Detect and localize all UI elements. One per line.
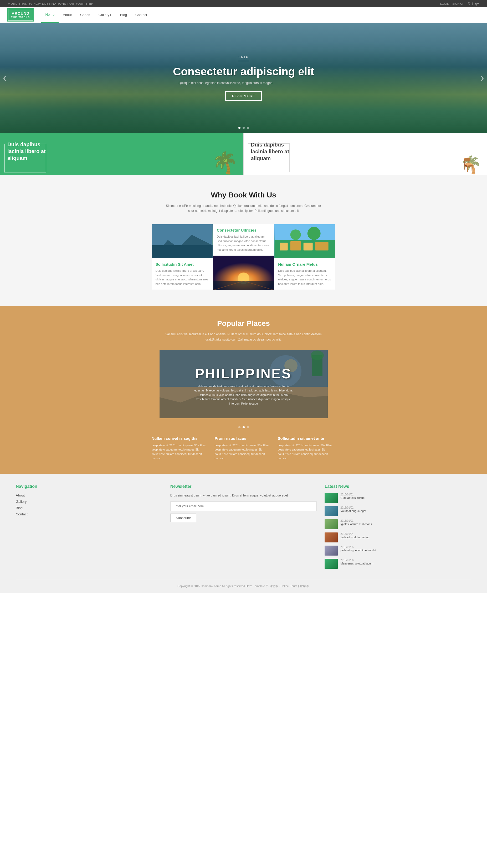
why-card-resort-title: Nullam Ornare Metus <box>278 262 332 267</box>
footer-nav-col: Navigation About Gallery Blog Contact <box>16 484 163 572</box>
news-title-3: Igiottis loblum at dictions <box>340 522 372 526</box>
feature-card-title-1: Duis dapibus lacinia libero at aliquam <box>7 141 55 161</box>
popular-dot-2[interactable] <box>242 426 245 428</box>
why-card-resort-text: Duis dapibus lacinia libero at aliquam. … <box>278 269 332 286</box>
news-item-6: 2015/01/06 Maecenas volutpat lacum <box>324 559 471 569</box>
login-link[interactable]: LOGIN <box>440 2 449 5</box>
news-date-4: 2015/01/04 <box>340 532 369 535</box>
why-center-col: Consectetur Ultricies Duis dapibus lacin… <box>213 224 274 290</box>
popular-slide-description: Habituat morbi tristique senectus et net… <box>194 384 293 406</box>
top-bar-right: LOGIN SIGN UP 𝕏 f g+ <box>440 2 479 5</box>
hero-next-arrow[interactable]: ❯ <box>480 75 484 81</box>
hero-subtitle: Trip <box>173 55 314 59</box>
svg-rect-5 <box>213 281 274 290</box>
popular-features: Nullam conval is sagittis desplateto vit… <box>152 436 336 461</box>
top-bar: MORE THAN 50 NEW DESTINATIONS FOR YOUR T… <box>0 0 487 7</box>
why-title: Why Book With Us <box>8 191 479 199</box>
why-card-sunset <box>213 256 274 290</box>
nav-codes[interactable]: Codes <box>76 7 94 23</box>
resort-photo <box>275 224 335 258</box>
copyright-text: Copyright © 2015 Company name All rights… <box>177 584 310 588</box>
nav-blog[interactable]: Blog <box>116 7 131 23</box>
news-thumb-6 <box>324 559 338 569</box>
social-icons: 𝕏 f g+ <box>467 2 479 5</box>
facebook-icon[interactable]: f <box>472 2 473 5</box>
why-right-col: Nullam Ornare Metus Duis dapibus lacinia… <box>274 224 335 290</box>
footer-nav-gallery: Gallery <box>16 499 163 503</box>
news-item-1: 2015/01/01 Cum at felis augue <box>324 493 471 503</box>
googleplus-icon[interactable]: g+ <box>475 2 479 5</box>
footer-news-col: Latest News 2015/01/01 Cum at felis augu… <box>324 484 471 572</box>
news-item-4-content: 2015/01/04 Sollicet world at metuc <box>340 532 369 539</box>
twitter-icon[interactable]: 𝕏 <box>467 2 470 5</box>
footer-grid: Navigation About Gallery Blog Contact Ne… <box>16 484 471 572</box>
svg-rect-12 <box>304 243 313 250</box>
news-thumb-2 <box>324 506 338 516</box>
footer-about-link[interactable]: About <box>16 493 25 497</box>
hero-prev-arrow[interactable]: ❮ <box>3 75 7 81</box>
footer-blog-link[interactable]: Blog <box>16 506 23 510</box>
why-card-text-text: Duis dapibus lacinia libero at aliquam. … <box>217 235 270 252</box>
popular-feature-2-text: desplateto vit.2231m radinquam.f50a.Ellm… <box>215 443 273 461</box>
subscribe-button[interactable]: Subscribe <box>170 514 197 522</box>
footer-contact-link[interactable]: Contact <box>16 512 28 516</box>
news-item-2: 2015/01/02 Volutpat augue eget <box>324 506 471 516</box>
popular-feature-2: Proin risus lacus desplateto vit.2231m r… <box>215 436 273 461</box>
why-card-cliff-title: Sollicitudin Sit Amet <box>155 262 209 267</box>
footer-newsletter-title: Newsletter <box>170 484 317 489</box>
footer-nav-about: About <box>16 493 163 497</box>
news-item-6-content: 2015/01/06 Maecenas volutpat lacum <box>340 559 373 565</box>
popular-slideshow: PHILIPPINES Habituat morbi tristique sen… <box>160 350 328 418</box>
why-section: Why Book With Us Silement elit:Etr mecle… <box>0 175 487 306</box>
hero-content: Trip Consectetur adipiscing elit Quisque… <box>173 55 314 101</box>
popular-feature-3-title: Sollicitudin sit amet ante <box>278 436 336 440</box>
nav-contact[interactable]: Contact <box>131 7 151 23</box>
nav-about[interactable]: About <box>59 7 76 23</box>
newsletter-email-input[interactable] <box>170 501 317 511</box>
svg-rect-10 <box>280 243 288 250</box>
sunset-photo <box>213 256 274 290</box>
nav-gallery[interactable]: Gallery ▼ <box>94 7 116 23</box>
logo[interactable]: AROUND THE WORLD <box>8 9 33 21</box>
popular-title: Popular Places <box>8 319 479 328</box>
news-title-5: pellemtingue loblimet morbi <box>340 549 376 552</box>
newsletter-text: Drus sim feagist psum, vitae plumed ipsu… <box>170 493 317 498</box>
news-date-2: 2015/01/02 <box>340 506 366 509</box>
popular-feature-1-text: desplateto vit.2231m radinquam.f50a.Ellm… <box>152 443 209 461</box>
popular-slide-content: PHILIPPINES Habituat morbi tristique sen… <box>160 350 328 411</box>
nav-links: Home About Codes Gallery ▼ Blog Contact <box>41 7 151 23</box>
footer-gallery-link[interactable]: Gallery <box>16 500 27 503</box>
popular-dot-1[interactable] <box>238 426 240 428</box>
news-thumb-1 <box>324 493 338 503</box>
why-card-text-body: Consectetur Ultricies Duis dapibus lacin… <box>213 224 274 255</box>
news-thumb-4 <box>324 532 338 542</box>
feature-strip: Duis dapibus lacinia libero at aliquam 🌴… <box>0 133 487 175</box>
footer-news-title: Latest News <box>324 484 471 489</box>
hero-dot-3[interactable] <box>247 127 249 129</box>
footer-nav-links: About Gallery Blog Contact <box>16 493 163 516</box>
gallery-dropdown-icon: ▼ <box>109 14 112 16</box>
popular-country: PHILIPPINES <box>165 366 322 381</box>
news-title-2: Volutpat augue eget <box>340 509 366 513</box>
signup-link[interactable]: SIGN UP <box>452 2 464 5</box>
nav-home[interactable]: Home <box>41 7 59 23</box>
logo-line2: THE WORLD <box>11 16 30 19</box>
footer-nav-contact: Contact <box>16 512 163 516</box>
hero-dot-2[interactable] <box>242 127 245 129</box>
hero-dot-1[interactable] <box>238 127 240 129</box>
hero-title: Consectetur adipiscing elit <box>173 65 314 78</box>
news-item-2-content: 2015/01/02 Volutpat augue eget <box>340 506 366 513</box>
news-item-3-content: 2015/01/03 Igiottis loblum at dictions <box>340 519 372 526</box>
hero-description: Quisque nisl risus, egestas in convallis… <box>173 81 278 85</box>
feature-card-text-1: Duis dapibus lacinia libero at aliquam <box>7 141 55 161</box>
why-card-cliff: Sollicitudin Sit Amet Duis dapibus lacin… <box>152 224 213 290</box>
svg-point-14 <box>290 229 301 240</box>
why-card-cliff-body: Sollicitudin Sit Amet Duis dapibus lacin… <box>152 258 212 289</box>
news-item-4: 2015/01/04 Sollicet world at metuc <box>324 532 471 542</box>
hero-read-more-button[interactable]: Read More <box>225 91 262 101</box>
feature-card-2: Duis dapibus lacinia libero at aliquam 🌴… <box>244 133 487 175</box>
sunset-illustration <box>213 256 274 290</box>
beach-chair-icon: 🪑 <box>460 157 476 172</box>
news-title-6: Maecenas volutpat lacum <box>340 562 373 565</box>
popular-dot-3[interactable] <box>247 426 249 428</box>
